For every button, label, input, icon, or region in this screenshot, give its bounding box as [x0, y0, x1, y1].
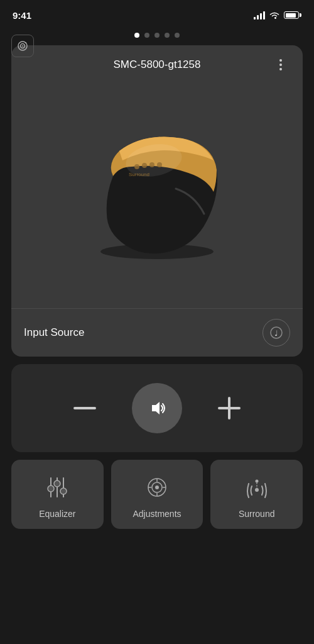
- svg-marker-14: [152, 402, 160, 414]
- three-dots-icon: [279, 59, 282, 70]
- status-icons: [254, 11, 301, 19]
- plus-icon: [218, 397, 241, 419]
- input-source-row: Input Source ♩: [11, 308, 303, 357]
- status-bar: 9:41: [0, 0, 314, 28]
- music-note-button[interactable]: ♩: [263, 319, 290, 347]
- bottom-controls: Equalizer Adjustments Surr: [0, 452, 314, 548]
- page-dot-4[interactable]: [165, 33, 170, 38]
- adjustments-label: Adjustments: [133, 509, 181, 519]
- surround-label: Surround: [239, 509, 275, 519]
- svg-point-31: [255, 480, 258, 483]
- equalizer-tile[interactable]: Equalizer: [11, 460, 104, 529]
- equalizer-label: Equalizer: [39, 509, 75, 519]
- svg-point-20: [48, 486, 54, 492]
- svg-point-2: [22, 45, 23, 47]
- more-options-button[interactable]: [271, 55, 290, 74]
- device-icon-top[interactable]: [11, 35, 34, 57]
- speaker-volume-icon: [146, 397, 168, 419]
- svg-point-3: [25, 42, 26, 43]
- svg-point-22: [60, 488, 67, 494]
- svg-point-25: [155, 486, 159, 489]
- adjustments-icon: [144, 475, 170, 500]
- page-dot-1[interactable]: [134, 33, 139, 38]
- device-image-area: Surround: [11, 82, 303, 308]
- svg-text:Surround: Surround: [129, 172, 149, 177]
- page-dot-3[interactable]: [154, 33, 160, 38]
- volume-center-button[interactable]: [132, 383, 182, 433]
- svg-text:♩: ♩: [274, 329, 278, 338]
- svg-rect-13: [73, 407, 96, 409]
- volume-increase-button[interactable]: [214, 392, 245, 424]
- signal-icon: [254, 11, 265, 19]
- wifi-icon: [269, 11, 280, 19]
- page-indicator: [0, 28, 314, 45]
- page-dot-2[interactable]: [144, 33, 149, 38]
- svg-point-30: [255, 488, 259, 492]
- device-card: SMC-5800-gt1258: [11, 45, 303, 357]
- device-name: SMC-5800-gt1258: [43, 58, 271, 71]
- page-dot-5[interactable]: [175, 33, 180, 38]
- speaker-device-image: Surround: [82, 126, 232, 264]
- minus-icon: [73, 407, 96, 409]
- volume-control-row: [11, 364, 303, 452]
- surround-tile[interactable]: Surround: [210, 460, 303, 529]
- battery-icon: [284, 11, 301, 19]
- svg-point-21: [54, 480, 60, 487]
- equalizer-icon: [45, 475, 70, 500]
- card-header: SMC-5800-gt1258: [11, 45, 303, 82]
- status-time: 9:41: [13, 10, 31, 21]
- music-note-icon: ♩: [269, 326, 283, 340]
- input-source-label: Input Source: [24, 326, 84, 339]
- surround-icon: [244, 475, 269, 500]
- volume-decrease-button[interactable]: [69, 392, 100, 424]
- adjustments-tile[interactable]: Adjustments: [111, 460, 203, 529]
- svg-rect-16: [228, 397, 230, 419]
- camera-icon: [16, 39, 30, 53]
